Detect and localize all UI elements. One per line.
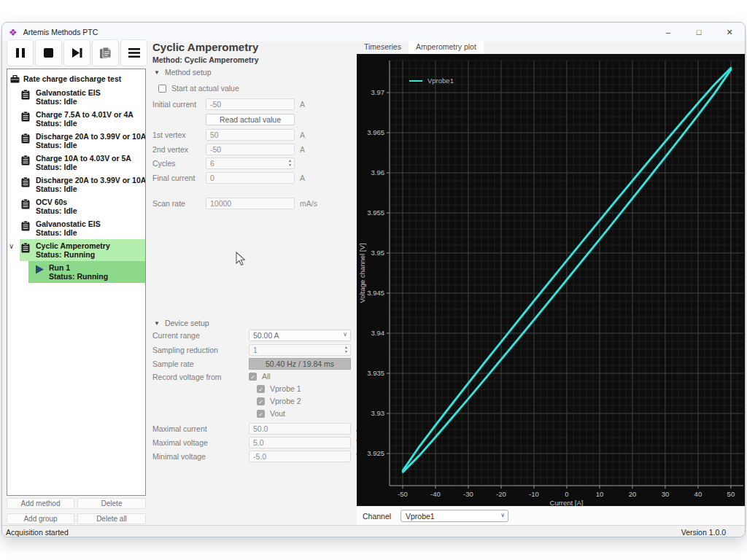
maximize-button[interactable]: □	[684, 23, 714, 42]
maximal-voltage-label: Maximal voltage	[152, 438, 208, 447]
method-title: Charge 10A to 4.03V or 5A	[36, 154, 131, 163]
tree-item-method[interactable]: Discharge 20A to 3.99V or 10A Status: Id…	[20, 130, 145, 152]
cycles-row: Cycles 6 ▲ ▼	[152, 158, 356, 169]
copy-button[interactable]	[92, 39, 119, 66]
maximal-current-input[interactable]: 50.0	[249, 423, 351, 435]
scan-rate-row: Scan rate 10000 mA/s	[152, 198, 356, 209]
device-setup-label: Device setup	[165, 319, 209, 327]
svg-text:-30: -30	[463, 490, 473, 498]
first-vertex-input[interactable]: 50	[206, 129, 295, 141]
menu-button[interactable]	[120, 39, 147, 66]
final-current-row: Final current 0 A	[152, 172, 356, 184]
method-setup-header[interactable]: ▼ Method setup	[154, 68, 212, 77]
sampling-reduction-row: Sampling reduction 1 ▲ ▼	[152, 344, 356, 356]
cycles-spinner[interactable]: ▲ ▼	[287, 158, 293, 167]
collapse-triangle-icon: ▼	[154, 69, 160, 76]
add-group-button[interactable]: Add group	[7, 513, 74, 524]
scan-rate-input[interactable]: 10000	[206, 198, 295, 209]
method-title: Discharge 20A to 3.99V or 10A	[36, 132, 146, 141]
tree-item-method[interactable]: Galvanostatic EIS Status: Idle	[20, 86, 145, 108]
clipboard-icon	[21, 177, 30, 187]
method-tree-items: Galvanostatic EIS Status: Idle Charge 7.…	[7, 86, 145, 261]
method-title: Discharge 20A to 3.99V or 10A	[36, 176, 146, 184]
method-title: Charge 7.5A to 4.01V or 4A	[36, 110, 133, 119]
sampling-reduction-input[interactable]: 1	[249, 344, 351, 356]
tree-group-header[interactable]: Rate charge discharge test	[7, 71, 145, 86]
svg-text:3.965: 3.965	[367, 128, 384, 136]
final-current-input[interactable]: 0	[206, 172, 295, 184]
vprobe1-checkbox[interactable]: ✓	[257, 385, 265, 393]
tree-item-method[interactable]: Discharge 20A to 3.99V or 10A Status: Id…	[20, 174, 145, 195]
pause-button[interactable]	[7, 39, 34, 66]
stop-button[interactable]	[35, 39, 62, 66]
version-label: Version 1.0.0	[681, 528, 726, 537]
app-window: ❖ Artemis Methods PTC – □ ✕	[1, 22, 746, 537]
svg-text:3.96: 3.96	[371, 168, 385, 176]
second-vertex-label: 2nd vertex	[152, 145, 188, 154]
method-status: Status: Idle	[36, 97, 101, 106]
current-range-select[interactable]: 50.00 A ∨	[249, 330, 351, 341]
tree-item-method[interactable]: OCV 60s Status: Idle	[20, 195, 145, 217]
tab-timeseries[interactable]: Timeseries	[357, 41, 409, 54]
tree-item-run[interactable]: Run 1 Status: Running	[28, 261, 145, 283]
read-actual-value-button[interactable]: Read actual value	[206, 114, 295, 125]
tree-item-method[interactable]: Charge 10A to 4.03V or 5A Status: Idle	[20, 152, 145, 174]
skip-to-end-icon	[71, 47, 83, 58]
chevron-down-icon: ∨	[500, 512, 505, 518]
initial-current-unit: A	[300, 100, 305, 109]
record-voltage-row: Record voltage from ✓ All	[152, 371, 356, 383]
scan-rate-unit: mA/s	[300, 199, 317, 208]
vprobe2-checkbox[interactable]: ✓	[257, 397, 265, 405]
amperometry-chart: -50-40-30-20-10010203040503.973.9653.963…	[357, 54, 746, 506]
vout-label: Vout	[270, 409, 285, 418]
tree-item-method[interactable]: Charge 7.5A to 4.01V or 4A Status: Idle	[20, 108, 145, 130]
method-status: Status: Idle	[36, 119, 133, 128]
record-all-checkbox[interactable]: ✓	[249, 373, 257, 381]
run-status: Status: Running	[49, 272, 108, 281]
start-at-actual-value-checkbox[interactable]	[158, 85, 166, 93]
method-status: Status: Running	[36, 250, 110, 259]
initial-current-row: Initial current -50 A	[152, 98, 356, 110]
initial-current-input[interactable]: -50	[206, 98, 295, 110]
tree-item-method[interactable]: Galvanostatic EIS Status: Idle	[20, 217, 145, 239]
clipboard-icon	[21, 155, 30, 166]
vout-checkbox[interactable]: ✓	[257, 410, 265, 418]
minimize-button[interactable]: –	[653, 23, 684, 42]
device-setup-header[interactable]: ▼ Device setup	[154, 319, 209, 327]
cycles-label: Cycles	[152, 159, 176, 168]
svg-text:40: 40	[694, 490, 703, 498]
channel-select[interactable]: Vprobe1 ∨	[400, 510, 508, 522]
tab-amperometry-plot[interactable]: Amperometry plot	[409, 41, 484, 54]
channel-value: Vprobe1	[406, 512, 435, 521]
page-title: Cyclic Amperometry	[152, 41, 258, 53]
maximal-current-label: Maximal current	[152, 424, 207, 433]
channel-label: Channel	[363, 512, 391, 521]
svg-text:50: 50	[727, 490, 735, 498]
svg-text:-10: -10	[529, 490, 539, 498]
delete-button[interactable]: Delete	[77, 498, 146, 509]
second-vertex-input[interactable]: -50	[206, 144, 295, 155]
add-method-button[interactable]: Add method	[7, 498, 74, 509]
channel-row: Channel Vprobe1 ∨	[357, 506, 745, 525]
mouse-cursor	[235, 252, 247, 268]
close-button[interactable]: ✕	[714, 23, 745, 42]
expander-chevron-icon[interactable]: ∨	[9, 242, 14, 250]
toolbar	[7, 39, 147, 66]
record-voltage-label: Record voltage from	[152, 373, 222, 381]
svg-text:3.95: 3.95	[371, 249, 385, 257]
sampling-reduction-spinner[interactable]: ▲ ▼	[343, 345, 349, 354]
tree-group-label: Rate charge discharge test	[23, 74, 121, 83]
clipboard-icon	[21, 221, 30, 231]
cycles-input[interactable]: 6	[206, 158, 295, 169]
skip-to-end-button[interactable]	[63, 39, 90, 66]
maximal-voltage-input[interactable]: 5.0	[249, 437, 351, 448]
current-range-value: 50.00 A	[253, 331, 279, 340]
minimal-voltage-input[interactable]: -5.0	[249, 451, 351, 462]
spin-down-icon: ▼	[344, 349, 348, 354]
delete-all-button[interactable]: Delete all	[77, 513, 146, 524]
svg-text:-50: -50	[398, 490, 408, 498]
tree-item-method[interactable]: Cyclic Amperometry Status: Running	[20, 239, 145, 261]
method-status: Status: Idle	[36, 206, 77, 215]
first-vertex-row: 1st vertex 50 A	[152, 129, 356, 141]
clipboard-icon	[21, 90, 30, 100]
